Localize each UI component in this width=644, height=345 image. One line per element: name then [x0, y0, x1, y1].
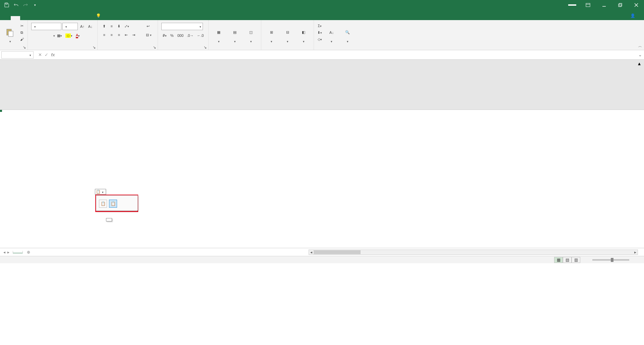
view-page-layout-icon[interactable]: ▤ [563, 257, 572, 263]
align-left-icon[interactable]: ≡ [101, 31, 108, 38]
decrease-decimal-icon[interactable]: ←.0 [196, 32, 205, 39]
fx-icon[interactable]: fx [51, 52, 55, 57]
number-format-combo[interactable] [161, 23, 203, 30]
fill-handle[interactable] [0, 110, 2, 112]
group-label-number [161, 49, 206, 49]
cancel-formula-icon[interactable]: ✕ [38, 52, 42, 57]
tab-formulas[interactable] [39, 16, 48, 20]
sheet-tab-1[interactable] [13, 251, 23, 253]
wrap-text-button[interactable]: ↩ [143, 23, 154, 29]
cell-styles-button[interactable]: ◫ [244, 21, 258, 49]
name-box[interactable] [1, 51, 34, 59]
group-label-editing [317, 49, 355, 49]
add-sheet-button[interactable]: ⊕ [25, 249, 32, 256]
delete-cells-button[interactable]: ⊟ [280, 21, 295, 49]
align-top-icon[interactable]: ⬆ [101, 23, 108, 29]
align-middle-icon[interactable]: ≡ [108, 23, 115, 29]
sheet-nav-first-icon[interactable]: ◂ [3, 250, 5, 255]
font-dialog-launcher[interactable]: ↘ [93, 45, 97, 49]
zoom-slider[interactable] [592, 259, 629, 261]
scroll-right-icon[interactable]: ▸ [633, 250, 638, 255]
paste-button[interactable] [3, 21, 17, 49]
tell-me-search[interactable]: 💡 [93, 11, 106, 20]
paste-option-match-destination[interactable]: 📋 [109, 200, 117, 208]
conditional-formatting-button[interactable]: ▦ [211, 21, 226, 49]
qat-customize-icon[interactable]: ▾ [31, 1, 39, 9]
align-center-icon[interactable]: ≡ [108, 31, 115, 38]
merge-center-button[interactable]: ⊟ [143, 31, 154, 38]
expand-formula-bar-icon[interactable]: ⌄ [636, 52, 644, 57]
zoom-slider-thumb[interactable] [611, 258, 613, 262]
format-as-table-button[interactable]: ▤ [227, 21, 242, 49]
percent-icon[interactable]: % [169, 32, 175, 39]
clear-icon[interactable]: ◇ [317, 36, 323, 42]
ribbon-display-options-icon[interactable] [580, 0, 596, 10]
increase-indent-icon[interactable]: ⇥ [130, 31, 137, 38]
paste-options-smarttag[interactable]: 📋 [95, 189, 106, 195]
worksheet-grid[interactable]: 📋 📋 📋 [0, 110, 644, 248]
bold-button[interactable] [31, 32, 38, 39]
fill-icon[interactable]: ⬇ [317, 29, 323, 36]
autosum-icon[interactable]: Σ [317, 23, 323, 29]
number-dialog-launcher[interactable]: ↘ [204, 45, 208, 49]
fill-color-icon[interactable]: ◇ [64, 32, 74, 39]
view-page-break-icon[interactable]: ▥ [572, 257, 580, 263]
find-icon: 🔍 [342, 27, 353, 38]
currency-icon[interactable]: ₽ [161, 32, 168, 39]
insert-cells-button[interactable]: ⊞ [264, 21, 279, 49]
format-cells-button[interactable]: ◧ [296, 21, 311, 49]
horizontal-scrollbar[interactable]: ◂ ▸ [309, 250, 638, 255]
borders-icon[interactable]: ▦ [56, 32, 63, 39]
tab-page-layout[interactable] [30, 16, 39, 20]
share-button[interactable]: 👤 [627, 11, 640, 20]
align-right-icon[interactable]: ≡ [116, 31, 122, 38]
ribbon-group-font: A↑ A↓ ▦ ◇ A ↘ [28, 20, 98, 50]
increase-decimal-icon[interactable]: .0→ [185, 32, 195, 39]
tab-data[interactable] [48, 16, 58, 20]
decrease-font-icon[interactable]: A↓ [87, 23, 94, 30]
copy-icon[interactable]: ⧉ [19, 29, 25, 36]
maximize-button[interactable] [612, 0, 628, 10]
thousands-icon[interactable]: 000 [176, 32, 185, 39]
login-button[interactable] [568, 4, 576, 6]
font-color-icon[interactable]: A [74, 32, 81, 39]
tab-insert[interactable] [20, 16, 30, 20]
tab-file[interactable] [1, 16, 11, 20]
chevron-down-icon[interactable] [53, 33, 55, 38]
redo-icon[interactable] [21, 1, 30, 9]
clipboard-dialog-launcher[interactable]: ↘ [23, 45, 27, 49]
scroll-left-icon[interactable]: ◂ [309, 250, 314, 255]
ribbon: ✂ ⧉ 🖌 ↘ A↑ A↓ ▦ ◇ A [0, 20, 644, 50]
close-button[interactable] [629, 0, 644, 10]
font-name-combo[interactable] [31, 23, 61, 30]
collapse-ribbon-icon[interactable]: ︿ [638, 44, 642, 49]
increase-font-icon[interactable]: A↑ [79, 23, 86, 30]
format-cells-icon: ◧ [298, 27, 309, 38]
undo-icon[interactable] [12, 1, 20, 9]
alignment-dialog-launcher[interactable]: ↘ [153, 45, 157, 49]
tab-review[interactable] [58, 16, 67, 20]
tab-home[interactable] [11, 16, 20, 20]
scrollbar-thumb[interactable] [314, 250, 361, 254]
align-bottom-icon[interactable]: ⬇ [116, 23, 122, 29]
italic-button[interactable] [39, 32, 45, 39]
tab-help[interactable] [76, 16, 86, 20]
sheet-nav-last-icon[interactable]: ▸ [7, 250, 9, 255]
enter-formula-icon[interactable]: ✓ [45, 52, 48, 57]
format-table-icon: ▤ [229, 27, 240, 38]
cut-icon[interactable]: ✂ [19, 23, 25, 29]
tab-view[interactable] [67, 16, 76, 20]
font-size-combo[interactable] [62, 23, 78, 30]
sort-filter-button[interactable]: A↓ [324, 21, 339, 49]
view-normal-icon[interactable]: ▦ [554, 257, 563, 263]
save-icon[interactable] [3, 1, 11, 9]
minimize-button[interactable] [596, 0, 612, 10]
paste-option-keep-source[interactable]: 📋 [99, 200, 107, 208]
underline-button[interactable] [46, 32, 53, 39]
decrease-indent-icon[interactable]: ⇤ [123, 31, 130, 38]
format-painter-icon[interactable]: 🖌 [19, 36, 25, 42]
scroll-up-icon[interactable]: ▴ [638, 60, 643, 66]
title-bar: ▾ [0, 0, 644, 10]
orientation-icon[interactable]: ⤢ [123, 23, 130, 29]
find-select-button[interactable]: 🔍 [340, 21, 355, 49]
